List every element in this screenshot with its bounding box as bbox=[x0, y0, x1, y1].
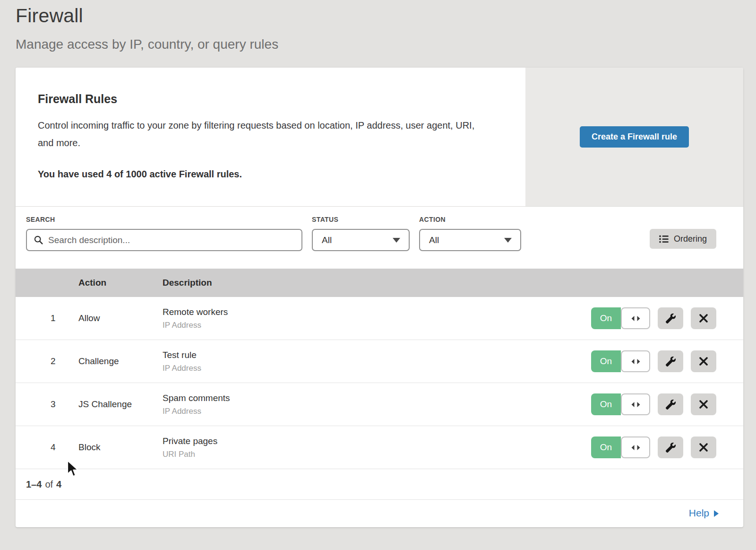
edit-rule-button[interactable] bbox=[658, 437, 683, 458]
rule-priority: 2 bbox=[16, 356, 78, 367]
delete-rule-button[interactable] bbox=[691, 437, 716, 458]
toggle-state-label: On bbox=[591, 350, 621, 372]
firewall-rules-card: Firewall Rules Control incoming traffic … bbox=[16, 68, 743, 527]
rule-description: Test rule bbox=[163, 350, 591, 360]
rule-row: 3 JS Challenge Spam comments IP Address … bbox=[16, 383, 743, 426]
page-subtitle: Manage access by IP, country, or query r… bbox=[16, 37, 756, 52]
x-icon bbox=[699, 400, 708, 409]
rule-description: Remote workers bbox=[163, 307, 591, 317]
create-firewall-rule-button[interactable]: Create a Firewall rule bbox=[580, 126, 689, 148]
rule-priority: 1 bbox=[16, 313, 78, 323]
filters-bar: SEARCH STATUS All ACTION bbox=[16, 207, 743, 269]
delete-rule-button[interactable] bbox=[691, 350, 716, 372]
pagination-of: of bbox=[45, 479, 53, 490]
rule-description: Private pages bbox=[163, 436, 591, 446]
rule-enabled-toggle[interactable]: On bbox=[591, 393, 650, 415]
rule-action: JS Challenge bbox=[78, 399, 163, 410]
rule-controls: On bbox=[591, 393, 743, 415]
toggle-handle[interactable] bbox=[621, 437, 650, 458]
x-icon bbox=[699, 443, 708, 452]
search-label: SEARCH bbox=[26, 216, 302, 223]
overview-section: Firewall Rules Control incoming traffic … bbox=[16, 68, 743, 207]
x-icon bbox=[699, 314, 708, 323]
toggle-state-label: On bbox=[591, 437, 621, 458]
help-label: Help bbox=[689, 507, 709, 519]
rule-match-type: IP Address bbox=[163, 407, 591, 416]
help-bar: Help bbox=[16, 499, 743, 526]
toggle-state-label: On bbox=[591, 393, 621, 415]
section-heading: Firewall Rules bbox=[38, 92, 507, 106]
page-title: Firewall bbox=[16, 5, 756, 27]
rule-match-type: IP Address bbox=[163, 321, 591, 330]
pagination-range: 1–4 bbox=[26, 479, 42, 490]
status-label: STATUS bbox=[312, 216, 410, 223]
rule-match-type: URI Path bbox=[163, 450, 591, 459]
action-filter-group: ACTION All bbox=[419, 216, 521, 251]
edit-rule-button[interactable] bbox=[658, 393, 683, 415]
status-selected-value: All bbox=[322, 235, 332, 245]
left-right-arrows-icon bbox=[631, 402, 641, 408]
pagination: 1–4 of 4 bbox=[16, 469, 743, 499]
ordering-icon bbox=[659, 235, 669, 243]
pagination-total: 4 bbox=[56, 479, 61, 490]
search-group: SEARCH bbox=[26, 216, 302, 251]
section-description: Control incoming traffic to your zone by… bbox=[38, 117, 491, 152]
search-icon bbox=[34, 235, 43, 245]
rule-enabled-toggle[interactable]: On bbox=[591, 307, 650, 329]
rule-enabled-toggle[interactable]: On bbox=[591, 350, 650, 372]
rule-enabled-toggle[interactable]: On bbox=[591, 437, 650, 458]
rule-action: Challenge bbox=[78, 356, 163, 367]
edit-rule-button[interactable] bbox=[658, 350, 683, 372]
action-select[interactable]: All bbox=[419, 229, 521, 251]
wrench-icon bbox=[666, 443, 676, 453]
rule-row: 1 Allow Remote workers IP Address On bbox=[16, 297, 743, 340]
search-box bbox=[26, 229, 302, 251]
wrench-icon bbox=[666, 357, 676, 367]
chevron-down-icon bbox=[393, 238, 400, 243]
rule-row: 4 Block Private pages URI Path On bbox=[16, 426, 743, 469]
ordering-label: Ordering bbox=[674, 234, 707, 244]
delete-rule-button[interactable] bbox=[691, 307, 716, 329]
rule-controls: On bbox=[591, 437, 743, 458]
chevron-down-icon bbox=[504, 238, 512, 243]
page-header: Firewall Manage access by IP, country, o… bbox=[0, 0, 756, 52]
rule-match-type: IP Address bbox=[163, 364, 591, 373]
rule-controls: On bbox=[591, 350, 743, 372]
status-filter-group: STATUS All bbox=[312, 216, 410, 251]
toggle-state-label: On bbox=[591, 307, 621, 329]
right-triangle-icon bbox=[714, 510, 719, 517]
overview-text: Firewall Rules Control incoming traffic … bbox=[16, 68, 525, 206]
delete-rule-button[interactable] bbox=[691, 393, 716, 415]
x-icon bbox=[699, 357, 708, 366]
rule-description-cell: Test rule IP Address bbox=[163, 350, 591, 373]
mouse-cursor bbox=[66, 460, 79, 478]
firewall-page: Firewall Manage access by IP, country, o… bbox=[0, 0, 756, 550]
column-header-action: Action bbox=[78, 278, 163, 288]
rule-description-cell: Spam comments IP Address bbox=[163, 393, 591, 416]
rule-row: 2 Challenge Test rule IP Address On bbox=[16, 340, 743, 383]
edit-rule-button[interactable] bbox=[658, 307, 683, 329]
table-header: Action Description bbox=[16, 269, 743, 297]
left-right-arrows-icon bbox=[631, 358, 641, 365]
help-link[interactable]: Help bbox=[689, 507, 719, 519]
rule-controls: On bbox=[591, 307, 743, 329]
ordering-button[interactable]: Ordering bbox=[650, 229, 716, 249]
rule-description-cell: Remote workers IP Address bbox=[163, 307, 591, 330]
search-input[interactable] bbox=[26, 229, 302, 251]
wrench-icon bbox=[666, 314, 676, 323]
rule-action: Allow bbox=[78, 313, 163, 323]
action-selected-value: All bbox=[429, 235, 439, 245]
toggle-handle[interactable] bbox=[621, 393, 650, 415]
wrench-icon bbox=[666, 400, 676, 410]
rule-description-cell: Private pages URI Path bbox=[163, 436, 591, 459]
usage-summary: You have used 4 of 1000 active Firewall … bbox=[38, 169, 507, 180]
toggle-handle[interactable] bbox=[621, 307, 650, 329]
left-right-arrows-icon bbox=[631, 445, 641, 451]
overview-action-panel: Create a Firewall rule bbox=[525, 68, 743, 206]
rule-action: Block bbox=[78, 442, 163, 453]
toggle-handle[interactable] bbox=[621, 350, 650, 372]
status-select[interactable]: All bbox=[312, 229, 410, 251]
action-label: ACTION bbox=[419, 216, 521, 223]
rule-priority: 3 bbox=[16, 399, 78, 410]
rule-priority: 4 bbox=[16, 442, 78, 453]
